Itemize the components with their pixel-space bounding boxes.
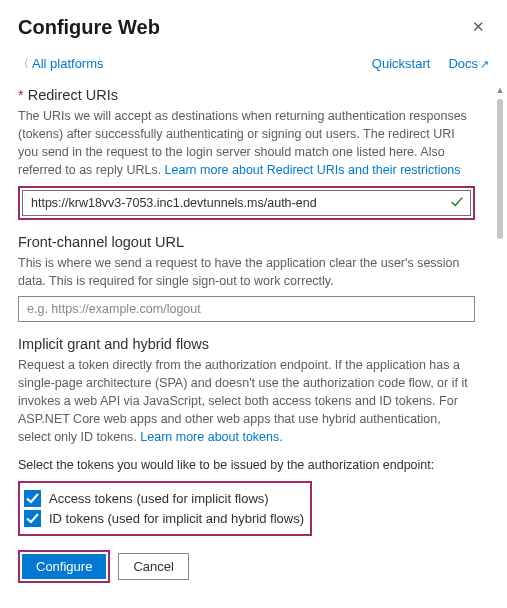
valid-check-icon	[450, 195, 464, 209]
scrollbar[interactable]: ▲	[493, 81, 507, 550]
redirect-uris-heading: Redirect URIs	[18, 87, 475, 103]
redirect-uri-highlight	[18, 186, 475, 220]
logout-url-heading: Front-channel logout URL	[18, 234, 475, 250]
access-tokens-label: Access tokens (used for implicit flows)	[49, 491, 269, 506]
quickstart-link[interactable]: Quickstart	[372, 56, 431, 71]
external-link-icon: ↗	[480, 58, 489, 70]
panel-title: Configure Web	[18, 16, 160, 39]
select-tokens-text: Select the tokens you would like to be i…	[18, 456, 475, 474]
cancel-button[interactable]: Cancel	[118, 553, 188, 580]
docs-label: Docs	[448, 56, 478, 71]
id-tokens-row: ID tokens (used for implicit and hybrid …	[24, 510, 304, 527]
scroll-up-icon[interactable]: ▲	[496, 85, 505, 95]
redirect-learn-more-link[interactable]: Learn more about Redirect URIs and their…	[165, 163, 461, 177]
access-tokens-checkbox[interactable]	[24, 490, 41, 507]
redirect-uri-input[interactable]	[23, 196, 470, 210]
scroll-track[interactable]	[497, 99, 503, 550]
redirect-uri-field	[22, 190, 471, 216]
back-label: All platforms	[32, 56, 104, 71]
close-icon[interactable]: ✕	[468, 14, 489, 40]
logout-url-field	[18, 296, 475, 322]
logout-url-description: This is where we send a request to have …	[18, 254, 475, 290]
token-checkbox-highlight: Access tokens (used for implicit flows) …	[18, 481, 312, 536]
access-tokens-row: Access tokens (used for implicit flows)	[24, 490, 304, 507]
id-tokens-checkbox[interactable]	[24, 510, 41, 527]
implicit-heading: Implicit grant and hybrid flows	[18, 336, 475, 352]
configure-button-highlight: Configure	[18, 550, 110, 583]
implicit-learn-more-link[interactable]: Learn more about tokens.	[140, 430, 282, 444]
implicit-description: Request a token directly from the author…	[18, 356, 475, 447]
docs-link[interactable]: Docs↗	[448, 56, 489, 71]
back-all-platforms[interactable]: 〈 All platforms	[18, 56, 104, 71]
id-tokens-label: ID tokens (used for implicit and hybrid …	[49, 511, 304, 526]
scroll-thumb[interactable]	[497, 99, 503, 239]
redirect-uris-description: The URIs we will accept as destinations …	[18, 107, 475, 180]
chevron-left-icon: 〈	[18, 56, 29, 71]
logout-url-input[interactable]	[19, 297, 474, 321]
configure-button[interactable]: Configure	[22, 554, 106, 579]
